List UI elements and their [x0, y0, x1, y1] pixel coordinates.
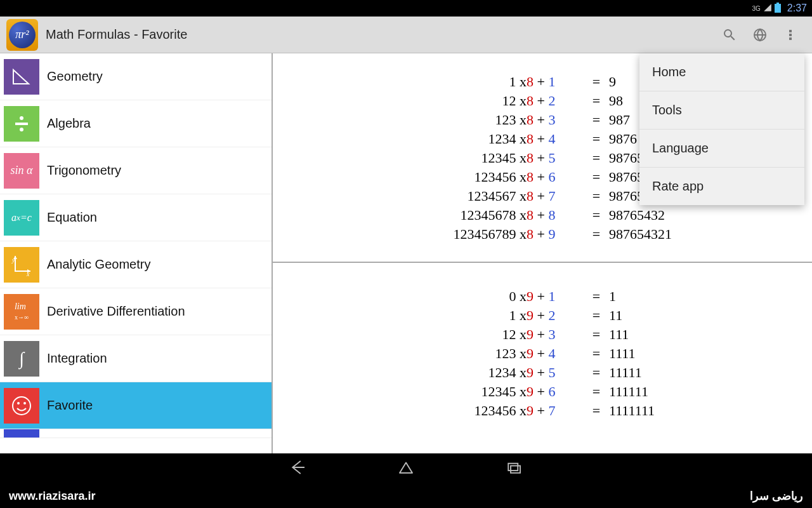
svg-text:y: y: [11, 257, 15, 264]
back-button[interactable]: [289, 458, 308, 479]
svg-text:x: x: [26, 271, 30, 276]
action-bar: πr² Math Formulas - Favorite: [0, 17, 812, 53]
sin-icon: sin α: [4, 153, 39, 189]
formula-row: 0 x 9 + 1=1: [273, 287, 812, 306]
extra-icon: [4, 429, 39, 438]
sidebar-item-label: Geometry: [47, 69, 103, 84]
menu-item-language[interactable]: Language: [639, 130, 804, 168]
svg-rect-3: [789, 30, 792, 32]
page-footer: www.riazisara.ir ریاضی سرا: [0, 484, 812, 508]
sidebar-item-geometry[interactable]: Geometry: [0, 53, 272, 100]
sidebar-item-favorite[interactable]: Favorite: [0, 382, 272, 429]
sidebar-item-derivative[interactable]: limx→∞ Derivative Differentiation: [0, 288, 272, 335]
recent-button[interactable]: [504, 458, 523, 479]
svg-point-13: [23, 402, 26, 404]
svg-rect-0: [775, 4, 781, 13]
formula-row: 12345 x 9 + 6=111111: [273, 382, 812, 401]
svg-rect-15: [511, 466, 520, 473]
page-title: Math Formulas - Favorite: [46, 27, 714, 42]
limit-icon: limx→∞: [4, 294, 39, 330]
equation-icon: ax=c: [4, 200, 39, 236]
formula-row: 123456789 x 8 + 9=987654321: [273, 225, 812, 244]
status-bar: 3G 2:37: [0, 0, 812, 17]
svg-point-11: [13, 397, 30, 415]
signal-icon: [763, 3, 772, 14]
sidebar-item-label: Trigonometry: [47, 163, 121, 178]
search-button[interactable]: [714, 20, 745, 50]
sidebar-item-more[interactable]: [0, 429, 272, 438]
menu-item-rate[interactable]: Rate app: [639, 168, 804, 205]
sidebar-item-label: Favorite: [47, 398, 93, 413]
sidebar-item-label: Integration: [47, 351, 107, 366]
svg-point-6: [20, 116, 23, 120]
svg-rect-4: [789, 34, 792, 36]
svg-point-12: [17, 402, 20, 404]
clock: 2:37: [787, 3, 807, 14]
svg-rect-1: [776, 3, 779, 4]
svg-rect-5: [789, 37, 792, 40]
app-icon[interactable]: πr²: [6, 19, 38, 51]
formula-block-2: 0 x 9 + 1=11 x 9 + 2=1112 x 9 + 3=111123…: [273, 268, 812, 433]
menu-item-home[interactable]: Home: [639, 53, 804, 91]
globe-button[interactable]: [745, 20, 775, 50]
smile-icon: [4, 388, 39, 424]
sidebar-item-trigonometry[interactable]: sin α Trigonometry: [0, 147, 272, 194]
formula-row: 12345678 x 8 + 8=98765432: [273, 206, 812, 225]
divider: [273, 262, 812, 263]
svg-rect-14: [508, 464, 518, 471]
formula-row: 1234 x 9 + 5=11111: [273, 363, 812, 382]
formula-row: 1 x 9 + 2=11: [273, 306, 812, 325]
formula-row: 123456 x 9 + 7=1111111: [273, 401, 812, 420]
integral-icon: ∫: [4, 341, 39, 377]
menu-item-tools[interactable]: Tools: [639, 91, 804, 130]
android-nav-bar: [0, 453, 812, 484]
sidebar-item-algebra[interactable]: Algebra: [0, 100, 272, 147]
footer-brand: ریاضی سرا: [750, 489, 803, 503]
home-button[interactable]: [396, 458, 416, 479]
sidebar-item-equation[interactable]: ax=c Equation: [0, 194, 272, 241]
network-icon: 3G: [752, 5, 761, 12]
formula-row: 123 x 9 + 4=1111: [273, 344, 812, 363]
formula-row: 12 x 9 + 3=111: [273, 325, 812, 344]
footer-url: www.riazisara.ir: [9, 490, 95, 503]
sidebar-item-label: Equation: [47, 210, 97, 225]
svg-rect-7: [15, 123, 28, 125]
battery-icon: [775, 3, 781, 15]
divide-icon: [4, 106, 39, 142]
graph-axis-icon: yx: [4, 247, 39, 283]
triangle-icon: [4, 59, 39, 95]
sidebar-item-integration[interactable]: ∫ Integration: [0, 335, 272, 382]
sidebar-item-label: Derivative Differentiation: [47, 304, 185, 319]
overflow-menu-button[interactable]: [775, 20, 806, 50]
sidebar-item-label: Analytic Geometry: [47, 257, 150, 272]
overflow-menu: Home Tools Language Rate app: [639, 53, 804, 205]
sidebar-item-analytic[interactable]: yx Analytic Geometry: [0, 241, 272, 288]
sidebar-item-label: Algebra: [47, 116, 91, 131]
sidebar: Geometry Algebra sin α Trigonometry ax=c…: [0, 53, 273, 453]
svg-point-8: [20, 128, 23, 131]
